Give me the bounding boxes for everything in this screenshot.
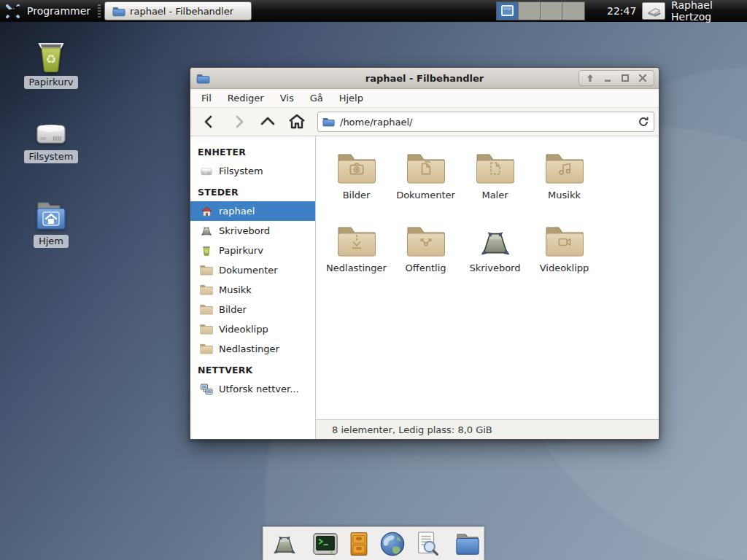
show-desktop-icon <box>271 532 298 556</box>
network-icon <box>200 383 213 396</box>
share-emblem-icon <box>417 233 435 250</box>
file-item-skrivebord[interactable]: Skrivebord <box>460 221 530 294</box>
path-entry[interactable]: /home/raphael/ <box>317 112 654 132</box>
sidebar-item-filesystem[interactable]: Filsystem <box>190 161 315 181</box>
window-buttons <box>578 70 654 86</box>
sidebar-header-devices: ENHETER <box>190 141 315 161</box>
sidebar-item-browse-network[interactable]: Utforsk nettver... <box>190 379 315 399</box>
forward-button[interactable] <box>224 110 253 133</box>
sidebar-item-music[interactable]: Musikk <box>190 280 315 300</box>
sidebar-header-places: STEDER <box>190 181 315 201</box>
template-emblem-icon <box>487 160 504 177</box>
minimize-button[interactable] <box>600 71 616 85</box>
file-manager-window: raphael - Filbehandler Fil Rediger Vis G… <box>190 67 659 440</box>
menu-file[interactable]: Fil <box>193 89 220 107</box>
sidebar-item-raphael[interactable]: raphael <box>190 201 315 221</box>
show-desktop-button[interactable] <box>271 530 298 558</box>
forward-icon <box>231 114 246 129</box>
up-icon <box>260 114 276 129</box>
file-item-offentlig[interactable]: Offentlig <box>391 221 460 294</box>
menu-help[interactable]: Hjelp <box>331 89 371 107</box>
reload-button[interactable] <box>638 116 649 128</box>
toolbar: /home/raphael/ <box>190 108 659 136</box>
file-item-maler[interactable]: Maler <box>460 148 530 221</box>
web-browser-icon <box>379 530 406 558</box>
folder-music-icon <box>200 284 213 297</box>
sidebar-item-desktop[interactable]: Skrivebord <box>190 221 315 241</box>
back-button[interactable] <box>195 110 224 133</box>
desktop-icon-filesystem[interactable]: Filsystem <box>11 118 91 163</box>
trash-icon <box>34 39 69 73</box>
top-panel: Programmer raphael - Filbehandler 22:47 … <box>0 0 747 22</box>
window-folder-icon <box>112 6 125 17</box>
document-search-icon <box>413 530 441 558</box>
menu-go[interactable]: Gå <box>302 89 331 107</box>
file-item-dokumenter[interactable]: Dokumenter <box>391 148 460 221</box>
menubar: Fil Rediger Vis Gå Hjelp <box>190 89 659 108</box>
current-path: /home/raphael/ <box>340 117 632 128</box>
desktop-icon-home[interactable]: Hjem <box>11 200 91 248</box>
terminal-launcher[interactable] <box>311 530 339 558</box>
clock[interactable]: 22:47 <box>607 0 636 22</box>
harddrive-icon <box>34 118 69 147</box>
sidebar-item-trash[interactable]: Papirkurv <box>190 241 315 260</box>
music-emblem-icon <box>556 160 573 177</box>
statusbar: 8 ielementer, Ledig plass: 8,0 GiB <box>316 419 659 439</box>
sidebar: ENHETER Filsystem STEDER raphael Skriveb… <box>190 136 316 439</box>
workspace-window-thumb <box>501 5 514 16</box>
desktop-icon <box>200 225 213 238</box>
file-cabinet-launcher[interactable] <box>346 530 372 558</box>
folder-icon <box>322 117 335 127</box>
window-content: ENHETER Filsystem STEDER raphael Skriveb… <box>190 136 659 439</box>
menu-edit[interactable]: Rediger <box>220 89 272 107</box>
taskbar-handle <box>98 4 101 18</box>
shade-button[interactable] <box>582 71 598 85</box>
download-emblem-icon <box>348 233 365 250</box>
sidebar-item-videos[interactable]: Videoklipp <box>190 319 315 339</box>
window-folder-icon <box>196 73 210 84</box>
reload-icon <box>638 116 649 128</box>
desktop-icon <box>477 227 514 257</box>
folder-downloads-icon <box>200 343 213 356</box>
sidebar-item-pictures[interactable]: Bilder <box>190 300 315 319</box>
workspace-3[interactable] <box>541 2 562 20</box>
dock-panel <box>263 526 484 560</box>
web-browser-launcher[interactable] <box>379 530 406 558</box>
taskbar-window-button[interactable]: raphael - Filbehandler <box>104 1 252 20</box>
sidebar-item-downloads[interactable]: Nedlastinger <box>190 339 315 359</box>
file-manager-launcher[interactable] <box>454 530 481 558</box>
xfce-mouse-logo-icon[interactable] <box>4 3 21 20</box>
folder-pictures-icon <box>200 303 213 316</box>
workspace-4[interactable] <box>562 2 584 20</box>
titlebar[interactable]: raphael - Filbehandler <box>190 68 659 89</box>
home-icon <box>200 205 213 218</box>
applications-menu[interactable]: Programmer <box>27 5 90 17</box>
trash-icon <box>200 244 213 257</box>
maximize-button[interactable] <box>617 71 633 85</box>
file-item-bilder[interactable]: Bilder <box>322 148 391 221</box>
terminal-icon <box>311 530 339 558</box>
document-search-launcher[interactable] <box>413 530 441 558</box>
workspace-2[interactable] <box>519 2 541 20</box>
up-button[interactable] <box>253 110 282 133</box>
sidebar-header-network: NETTVERK <box>190 359 315 379</box>
file-view[interactable]: Bilder Dokumenter Maler <box>316 136 659 419</box>
file-item-musikk[interactable]: Musikk <box>530 148 599 221</box>
user-actions-button[interactable] <box>642 2 665 20</box>
back-icon <box>202 114 217 129</box>
file-manager-folder-icon <box>454 532 481 556</box>
home-button[interactable] <box>282 110 311 133</box>
menu-view[interactable]: Vis <box>272 89 302 107</box>
close-button[interactable] <box>635 71 651 85</box>
file-view-column: Bilder Dokumenter Maler <box>316 136 659 439</box>
file-item-videoklipp[interactable]: Videoklipp <box>530 221 599 294</box>
user-name[interactable]: Raphael Hertzog <box>671 0 747 22</box>
sidebar-item-documents[interactable]: Dokumenter <box>190 260 315 280</box>
home-icon <box>288 114 306 130</box>
desktop-icon-trash[interactable]: Papirkurv <box>11 39 91 89</box>
workspace-1[interactable] <box>497 2 519 20</box>
folder-documents-icon <box>200 264 213 277</box>
video-emblem-icon <box>556 233 573 250</box>
harddrive-icon <box>200 165 213 178</box>
file-item-nedlastinger[interactable]: Nedlastinger <box>322 221 391 294</box>
